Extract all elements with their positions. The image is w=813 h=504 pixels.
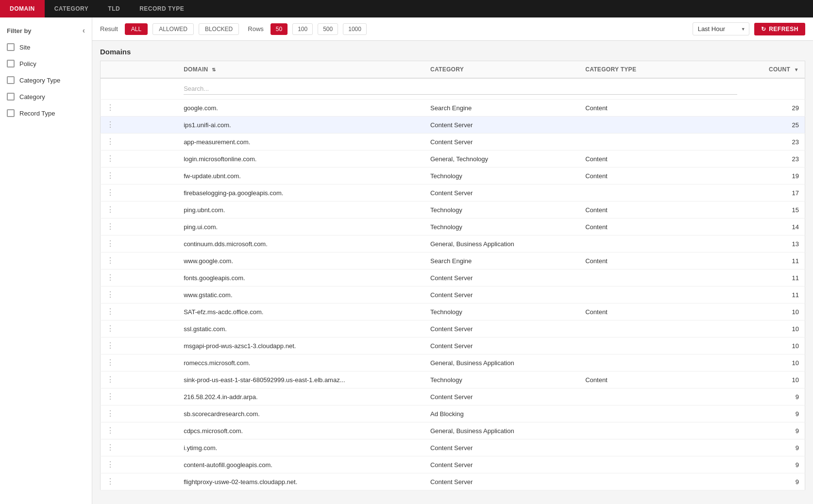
row-menu-3[interactable]: ⋮ xyxy=(101,151,178,168)
table-row: ⋮ i.ytimg.com. Content Server 9 xyxy=(101,439,805,456)
rows-btn-50[interactable]: 50 xyxy=(271,23,288,35)
content-area: Result ALLALLOWEDBLOCKEDRows 50100500100… xyxy=(92,17,813,504)
row-menu-12[interactable]: ⋮ xyxy=(101,303,178,320)
row-menu-6[interactable]: ⋮ xyxy=(101,202,178,218)
menu-dots-icon[interactable]: ⋮ xyxy=(106,205,114,214)
menu-dots-icon[interactable]: ⋮ xyxy=(106,188,114,197)
row-menu-5[interactable]: ⋮ xyxy=(101,185,178,202)
row-menu-20[interactable]: ⋮ xyxy=(101,439,178,456)
menu-dots-icon[interactable]: ⋮ xyxy=(106,409,114,418)
domain-cell-21: content-autofill.googleapis.com. xyxy=(178,456,424,473)
menu-dots-icon[interactable]: ⋮ xyxy=(106,426,114,435)
filter-btn-all[interactable]: ALL xyxy=(125,23,148,35)
menu-dots-icon[interactable]: ⋮ xyxy=(106,154,114,163)
table-row: ⋮ romeccs.microsoft.com. General, Busine… xyxy=(101,354,805,371)
checkbox-policy[interactable] xyxy=(7,60,15,67)
menu-dots-icon[interactable]: ⋮ xyxy=(106,273,114,282)
menu-dots-icon[interactable]: ⋮ xyxy=(106,137,114,146)
domain-cell-2: app-measurement.com. xyxy=(178,134,424,151)
row-menu-11[interactable]: ⋮ xyxy=(101,286,178,303)
menu-dots-icon[interactable]: ⋮ xyxy=(106,392,114,401)
domain-cell-10: fonts.googleapis.com. xyxy=(178,269,424,286)
checkbox-record_type[interactable] xyxy=(7,109,15,117)
count-cell-2: 23 xyxy=(734,134,805,151)
sidebar-label-record_type: Record Type xyxy=(19,110,55,117)
menu-dots-icon[interactable]: ⋮ xyxy=(106,324,114,333)
nav-item-tld[interactable]: TLD xyxy=(98,0,130,17)
col-header-menu xyxy=(101,61,178,79)
main-layout: Filter by ‹ Site Policy Category Type Ca… xyxy=(0,17,813,504)
menu-dots-icon[interactable]: ⋮ xyxy=(106,120,114,129)
checkbox-site[interactable] xyxy=(7,43,15,51)
menu-dots-icon[interactable]: ⋮ xyxy=(106,477,114,486)
row-menu-14[interactable]: ⋮ xyxy=(101,337,178,354)
category-cell-18: Ad Blocking xyxy=(424,405,579,422)
row-menu-13[interactable]: ⋮ xyxy=(101,320,178,337)
category-type-cell-10 xyxy=(579,269,734,286)
sidebar-item-record_type[interactable]: Record Type xyxy=(0,105,92,121)
row-menu-1[interactable]: ⋮ xyxy=(101,117,178,134)
refresh-button[interactable]: ↻ REFRESH xyxy=(754,23,805,35)
filter-btn-allowed[interactable]: ALLOWED xyxy=(152,23,194,35)
row-menu-22[interactable]: ⋮ xyxy=(101,473,178,490)
domain-cell-17: 216.58.202.4.in-addr.arpa. xyxy=(178,388,424,405)
row-menu-16[interactable]: ⋮ xyxy=(101,371,178,388)
table-row: ⋮ sink-prod-us-east-1-star-680592999.us-… xyxy=(101,371,805,388)
count-cell-6: 15 xyxy=(734,202,805,218)
sidebar-item-site[interactable]: Site xyxy=(0,39,92,55)
menu-dots-icon[interactable]: ⋮ xyxy=(106,443,114,452)
checkbox-category_type[interactable] xyxy=(7,76,15,84)
rows-btn-100[interactable]: 100 xyxy=(292,23,313,35)
col-header-count[interactable]: Count ▼ xyxy=(734,61,805,79)
row-menu-18[interactable]: ⋮ xyxy=(101,405,178,422)
menu-dots-icon[interactable]: ⋮ xyxy=(106,375,114,384)
collapse-sidebar-icon[interactable]: ‹ xyxy=(83,26,85,35)
row-menu-8[interactable]: ⋮ xyxy=(101,235,178,252)
sidebar-item-policy[interactable]: Policy xyxy=(0,55,92,72)
row-menu-9[interactable]: ⋮ xyxy=(101,252,178,269)
table-row: ⋮ google.com. Search Engine Content 29 xyxy=(101,100,805,117)
row-menu-15[interactable]: ⋮ xyxy=(101,354,178,371)
menu-dots-icon[interactable]: ⋮ xyxy=(106,307,114,316)
row-menu-21[interactable]: ⋮ xyxy=(101,456,178,473)
menu-dots-icon[interactable]: ⋮ xyxy=(106,358,114,367)
row-menu-17[interactable]: ⋮ xyxy=(101,388,178,405)
row-menu-0[interactable]: ⋮ xyxy=(101,100,178,117)
sidebar-item-category_type[interactable]: Category Type xyxy=(0,72,92,88)
menu-dots-icon[interactable]: ⋮ xyxy=(106,103,114,112)
category-cell-10: Content Server xyxy=(424,269,579,286)
row-menu-19[interactable]: ⋮ xyxy=(101,422,178,439)
count-cell-9: 11 xyxy=(734,252,805,269)
category-type-cell-3: Content xyxy=(579,151,734,168)
checkbox-category[interactable] xyxy=(7,93,15,101)
domain-search-input[interactable] xyxy=(184,83,737,95)
nav-item-record_type[interactable]: RECORD TYPE xyxy=(130,0,194,17)
toolbar: Result ALLALLOWEDBLOCKEDRows 50100500100… xyxy=(92,17,813,41)
nav-item-domain[interactable]: DOMAIN xyxy=(0,0,45,17)
menu-dots-icon[interactable]: ⋮ xyxy=(106,256,114,265)
filter-btn-blocked[interactable]: BLOCKED xyxy=(199,23,239,35)
row-menu-2[interactable]: ⋮ xyxy=(101,134,178,151)
nav-item-category[interactable]: CATEGORY xyxy=(45,0,99,17)
row-menu-7[interactable]: ⋮ xyxy=(101,218,178,235)
menu-dots-icon[interactable]: ⋮ xyxy=(106,222,114,231)
rows-btn-500[interactable]: 500 xyxy=(318,23,338,35)
menu-dots-icon[interactable]: ⋮ xyxy=(106,460,114,469)
menu-dots-icon[interactable]: ⋮ xyxy=(106,171,114,180)
category-cell-6: Technology xyxy=(424,202,579,218)
time-select[interactable]: Last HourLast 24 HoursLast 7 DaysLast 30… xyxy=(693,22,749,35)
table-row: ⋮ ips1.unifi-ai.com. Content Server 25 xyxy=(101,117,805,134)
category-type-cell-18 xyxy=(579,405,734,422)
menu-dots-icon[interactable]: ⋮ xyxy=(106,341,114,350)
rows-btn-1000[interactable]: 1000 xyxy=(343,23,367,35)
sidebar-item-category[interactable]: Category xyxy=(0,88,92,105)
row-menu-4[interactable]: ⋮ xyxy=(101,168,178,185)
category-cell-19: General, Business Application xyxy=(424,422,579,439)
category-cell-2: Content Server xyxy=(424,134,579,151)
col-header-domain[interactable]: Domain ⇅ xyxy=(178,61,424,79)
table-row: ⋮ app-measurement.com. Content Server 23 xyxy=(101,134,805,151)
menu-dots-icon[interactable]: ⋮ xyxy=(106,290,114,299)
refresh-icon: ↻ xyxy=(761,26,766,33)
menu-dots-icon[interactable]: ⋮ xyxy=(106,239,114,248)
row-menu-10[interactable]: ⋮ xyxy=(101,269,178,286)
